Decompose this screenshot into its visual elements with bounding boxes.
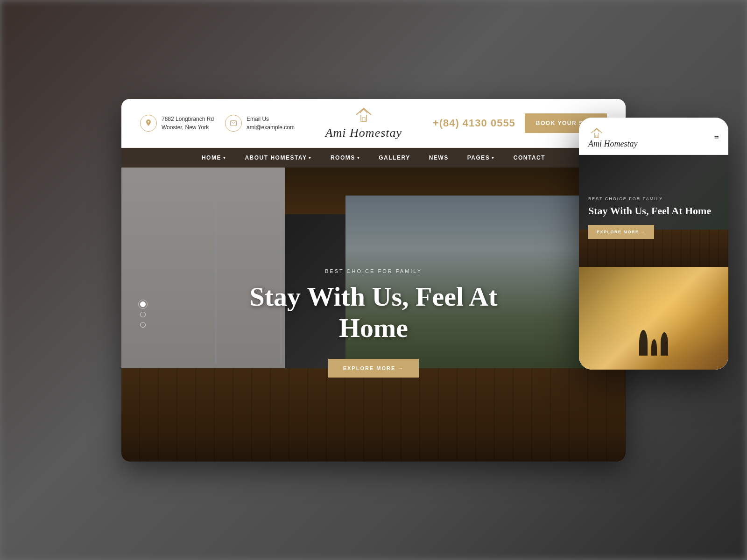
nav-news[interactable]: NEWS (420, 148, 458, 168)
desktop-mockup: 7882 Longbranch Rd Wooster, New York Ema… (121, 99, 626, 462)
slider-dot-1[interactable] (140, 301, 146, 307)
mobile-card (579, 267, 728, 370)
mobile-hero-cta-button[interactable]: EXPLORE MORE → (588, 225, 654, 239)
logo-house-icon (352, 106, 375, 125)
mobile-logo-house-icon (588, 127, 605, 139)
hamburger-menu[interactable]: ≡ (714, 133, 719, 143)
svg-rect-1 (362, 118, 365, 121)
nav-gallery[interactable]: GALLERY (369, 148, 419, 168)
email-item: Email Us ami@example.com (225, 115, 295, 132)
mobile-hero-content: BEST CHOICE FOR FAMILY Stay With Us, Fee… (588, 196, 719, 238)
mobile-logo[interactable]: Ami Homestay (588, 127, 637, 149)
address-item: 7882 Longbranch Rd Wooster, New York (140, 115, 214, 132)
mobile-hero-title: Stay With Us, Feel At Home (588, 205, 719, 217)
email-text: Email Us ami@example.com (247, 115, 295, 132)
nav-rooms-arrow: ▾ (357, 155, 360, 160)
site-logo[interactable]: Ami Homestay (295, 106, 433, 140)
mobile-header: Ami Homestay ≡ (579, 118, 728, 155)
site-nav: HOME ▾ ABOUT HOMESTAY ▾ ROOMS ▾ GALLERY … (121, 148, 626, 168)
header-contact: 7882 Longbranch Rd Wooster, New York Ema… (140, 115, 295, 132)
nav-about-arrow: ▾ (309, 155, 312, 160)
figure-adult-1 (639, 330, 648, 356)
email-icon (225, 115, 242, 132)
mobile-hero-subtitle: BEST CHOICE FOR FAMILY (588, 196, 719, 201)
nav-home-arrow: ▾ (223, 155, 226, 160)
hero-section: BEST CHOICE FOR FAMILY Stay with us, fee… (121, 168, 626, 462)
site-header: 7882 Longbranch Rd Wooster, New York Ema… (121, 99, 626, 148)
nav-pages-arrow: ▾ (492, 155, 495, 160)
slider-dots (140, 301, 146, 328)
nav-about[interactable]: ABOUT HOMESTAY ▾ (235, 148, 321, 168)
hero-cta-button[interactable]: EXPLORE MORE → (328, 359, 419, 378)
figure-adult-2 (661, 332, 668, 356)
hero-title: Stay with us, feel at home (233, 281, 514, 343)
mobile-card-image (579, 267, 728, 370)
family-silhouette (639, 330, 668, 356)
slider-dot-3[interactable] (140, 322, 146, 328)
logo-text: Ami Homestay (325, 126, 402, 140)
nav-pages[interactable]: PAGES ▾ (458, 148, 504, 168)
figure-child (651, 339, 657, 356)
scene-wrapper: 7882 Longbranch Rd Wooster, New York Ema… (121, 99, 626, 462)
mobile-mockup: Ami Homestay ≡ BEST CHOICE FOR FAMILY St… (579, 118, 728, 370)
nav-contact[interactable]: CONTACT (504, 148, 555, 168)
hero-subtitle: BEST CHOICE FOR FAMILY (233, 268, 514, 274)
slider-dot-2[interactable] (140, 312, 146, 317)
address-text: 7882 Longbranch Rd Wooster, New York (162, 115, 214, 132)
phone-number[interactable]: +(84) 4130 0555 (433, 117, 515, 129)
location-icon (140, 115, 157, 132)
svg-rect-2 (596, 135, 598, 138)
mobile-logo-text: Ami Homestay (588, 139, 637, 149)
mobile-hero: BEST CHOICE FOR FAMILY Stay With Us, Fee… (579, 155, 728, 267)
nav-home[interactable]: HOME ▾ (192, 148, 236, 168)
nav-rooms[interactable]: ROOMS ▾ (321, 148, 369, 168)
hero-content: BEST CHOICE FOR FAMILY Stay with us, fee… (233, 268, 514, 377)
